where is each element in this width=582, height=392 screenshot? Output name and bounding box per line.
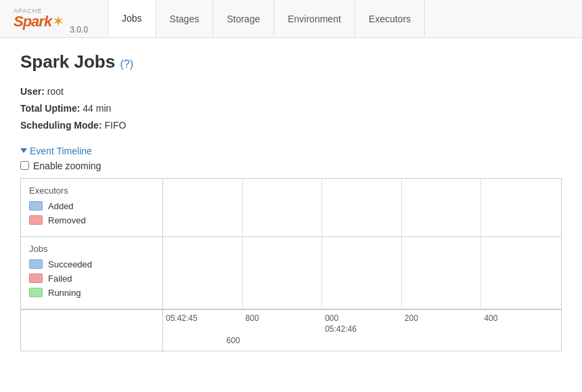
spark-logo: APACHE Spark ✶ (14, 7, 64, 30)
succeeded-swatch (29, 259, 43, 269)
timeline-cell (322, 179, 402, 236)
time-label-3: 200 (402, 313, 482, 336)
scheduling-label: Scheduling Mode: (20, 120, 102, 131)
event-timeline-label: Event Timeline (30, 146, 92, 156)
time-axis-legend (21, 310, 163, 351)
scheduling-row: Scheduling Mode: FIFO (20, 117, 562, 134)
brand-logo: APACHE Spark ✶ 3.0.0 (0, 0, 108, 37)
jobs-timeline-area (163, 237, 561, 309)
collapse-icon (20, 148, 27, 153)
removed-swatch (29, 215, 43, 225)
failed-label: Failed (48, 274, 72, 284)
time-axis-row: 05:42:45 800 00005:42:46 200 400 600 (21, 309, 561, 351)
enable-zoom-label: Enable zooming (33, 160, 101, 171)
legend-failed: Failed (29, 274, 154, 284)
jobs-title: Jobs (29, 244, 154, 254)
removed-label: Removed (48, 215, 86, 225)
scheduling-value: FIFO (104, 120, 126, 131)
timeline-container: Executors Added Removed J (20, 178, 562, 351)
navbar: APACHE Spark ✶ 3.0.0 Jobs Stages Storage… (0, 0, 582, 38)
timeline-cell (402, 237, 482, 309)
uptime-label: Total Uptime: (20, 103, 80, 114)
time-label-2: 00005:42:46 (322, 313, 402, 336)
tab-environment[interactable]: Environment (273, 0, 355, 37)
timeline-cell (481, 237, 561, 309)
event-timeline-toggle[interactable]: Event Timeline (20, 146, 562, 156)
succeeded-label: Succeeded (48, 259, 92, 269)
running-swatch (29, 288, 43, 297)
timeline-cell (243, 179, 323, 236)
time-label-0: 05:42:45 (163, 313, 243, 336)
executors-legend: Executors Added Removed (21, 179, 163, 236)
legend-removed: Removed (29, 215, 154, 225)
failed-swatch (29, 274, 43, 283)
help-link[interactable]: (?) (120, 58, 133, 70)
user-label: User: (20, 86, 45, 97)
timeline-cell (481, 179, 561, 236)
uptime-row: Total Uptime: 44 min (20, 100, 562, 117)
nav-tabs: Jobs Stages Storage Environment Executor… (108, 0, 425, 37)
timeline-cell (402, 179, 482, 236)
spark-star-icon: ✶ (52, 13, 64, 30)
user-value: root (47, 86, 64, 97)
tab-jobs[interactable]: Jobs (108, 0, 156, 37)
main-content: Spark Jobs (?) User: root Total Uptime: … (0, 38, 582, 365)
spark-text: Spark (14, 13, 51, 30)
timeline-cell (243, 237, 323, 309)
legend-added: Added (29, 201, 154, 211)
tab-executors[interactable]: Executors (355, 0, 425, 37)
meta-info: User: root Total Uptime: 44 min Scheduli… (20, 83, 562, 135)
uptime-value: 44 min (83, 103, 111, 114)
added-label: Added (48, 201, 74, 211)
time-label-5: 600 (224, 335, 243, 347)
added-swatch (29, 201, 43, 211)
executors-section: Executors Added Removed (21, 179, 561, 237)
legend-running: Running (29, 288, 154, 298)
enable-zoom-checkbox[interactable] (20, 161, 29, 170)
spark-version: 3.0.0 (70, 25, 88, 35)
time-axis-area: 05:42:45 800 00005:42:46 200 400 600 (163, 310, 561, 351)
executors-title: Executors (29, 186, 154, 196)
page-title: Spark Jobs (?) (20, 51, 562, 72)
running-label: Running (48, 288, 81, 298)
timeline-cell (163, 237, 243, 309)
timeline-cell (163, 179, 243, 236)
legend-succeeded: Succeeded (29, 259, 154, 269)
user-row: User: root (20, 83, 562, 100)
jobs-legend: Jobs Succeeded Failed Running (21, 237, 163, 309)
enable-zoom-row: Enable zooming (20, 160, 562, 171)
time-label-1: 800 (243, 313, 323, 336)
tab-stages[interactable]: Stages (156, 0, 214, 37)
jobs-section: Jobs Succeeded Failed Running (21, 237, 561, 309)
timeline-cell (322, 237, 402, 309)
executors-timeline-area (163, 179, 561, 236)
tab-storage[interactable]: Storage (212, 0, 274, 37)
time-label-4: 400 (481, 313, 561, 336)
